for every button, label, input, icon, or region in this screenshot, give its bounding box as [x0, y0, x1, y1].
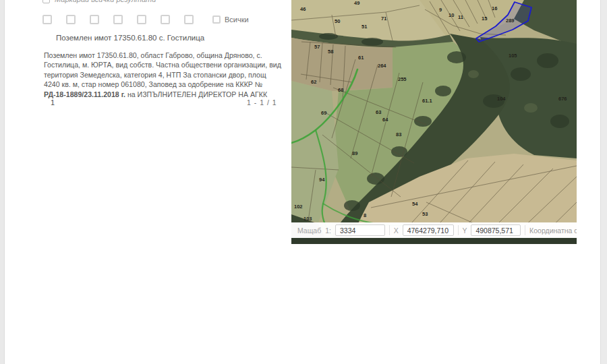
parcel-number-label: 83: [396, 131, 401, 138]
current-page-number: 1: [51, 98, 55, 107]
parcel-number-label: 16: [492, 5, 497, 11]
scale-label: Мащаб: [297, 226, 321, 235]
description-text-before: Поземлен имот 17350.61.80, област Габров…: [44, 51, 281, 88]
x-coordinate-label: X: [394, 226, 399, 235]
parcel-number-label: 264: [378, 63, 386, 69]
result-checkbox-6[interactable]: [161, 15, 170, 24]
map-statusbar: Мащаб 1: X Y Координатна систем: [291, 222, 577, 238]
right-rail[interactable]: [600, 0, 607, 364]
result-checkbox-3[interactable]: [90, 15, 99, 24]
parcel-number-label: 8: [364, 212, 366, 218]
parcel-number-label: 50: [335, 18, 340, 24]
result-checkbox-5[interactable]: [137, 15, 146, 24]
description-order-number: РД-18-1889/23.11.2018 г.: [44, 90, 125, 98]
parcel-number-label: 57: [314, 44, 320, 50]
result-checkbox-4[interactable]: [113, 15, 123, 24]
pagination-counter: 1 - 1 / 1: [247, 98, 277, 107]
description-text-after: на ИЗПЪЛНИТЕЛЕН ДИРЕКТОР НА АГКК: [125, 90, 267, 98]
cadastral-map-svg: 464950517157586126462686925561.163648389…: [291, 0, 577, 244]
results-panel: Маркирай всички резултати Всички Поземле…: [5, 0, 291, 270]
result-checkbox-7[interactable]: [184, 15, 194, 24]
parcel-number-label: 62: [311, 79, 316, 85]
result-item-title[interactable]: Поземлен имот 17350.61.80 с. Гостилица: [56, 34, 204, 42]
parcel-number-label: 49: [354, 0, 359, 6]
parcel-number-label: 9: [439, 7, 442, 13]
parcel-number-label: 69: [321, 110, 326, 116]
parcel-number-label: 89: [352, 150, 357, 156]
parcel-number-label: 53: [422, 211, 428, 217]
mark-all-results-row[interactable]: Маркирай всички резултати: [42, 0, 156, 5]
parcel-number-label: 61: [358, 55, 364, 61]
parcel-number-label: 54: [412, 201, 418, 207]
result-checkbox-2[interactable]: [66, 15, 76, 24]
coordinate-system-selector[interactable]: Координатна систем: [529, 226, 577, 235]
parcel-number-label: 676: [558, 96, 567, 102]
mark-all-checkbox[interactable]: [42, 0, 50, 3]
y-coordinate-input[interactable]: [471, 224, 521, 236]
parcel-number-label: 51: [362, 24, 367, 30]
parcel-number-label: 94: [319, 177, 325, 183]
parcel-number-label: 63: [376, 109, 381, 115]
parcel-number-label: 10: [449, 12, 454, 18]
parcel-number-label: 46: [300, 6, 306, 12]
result-item-description: Поземлен имот 17350.61.80, област Габров…: [44, 51, 284, 99]
parcel-number-label: 61.1: [422, 98, 432, 104]
parcel-number-label: 71: [381, 16, 386, 22]
parcel-number-label: 64: [382, 117, 388, 123]
parcel-number-label: 102: [294, 204, 303, 210]
result-checkbox-1[interactable]: [42, 15, 52, 24]
scale-input[interactable]: [335, 224, 385, 236]
parcel-number-label: 11: [458, 14, 463, 20]
statusbar-separator-2: [458, 225, 459, 235]
statusbar-separator-3: [525, 225, 525, 235]
y-coordinate-label: Y: [462, 226, 467, 235]
x-coordinate-input[interactable]: [403, 224, 454, 236]
page: Маркирай всички резултати Всички Поземле…: [0, 0, 607, 364]
statusbar-separator: [389, 225, 390, 235]
parcel-number-label: 104: [497, 96, 506, 102]
scale-prefix: 1:: [325, 226, 331, 235]
parcel-number-label: 105: [509, 53, 517, 59]
mark-all-label: Маркирай всички резултати: [55, 0, 156, 3]
result-type-checkbox-row: Всички: [42, 15, 249, 24]
parcel-number-label: 68: [338, 87, 343, 93]
select-all-checkbox[interactable]: [212, 16, 221, 24]
select-all-label: Всички: [225, 16, 249, 24]
left-rail: [0, 0, 5, 364]
parcel-number-label: 58: [328, 49, 333, 55]
parcel-number-label: 289: [506, 18, 515, 24]
parcel-number-label: 255: [398, 76, 407, 82]
cadastral-map-viewport[interactable]: 464950517157586126462686925561.163648389…: [291, 0, 577, 244]
parcel-number-label: 15: [482, 16, 487, 22]
parcel-number-label: 103: [304, 216, 312, 222]
